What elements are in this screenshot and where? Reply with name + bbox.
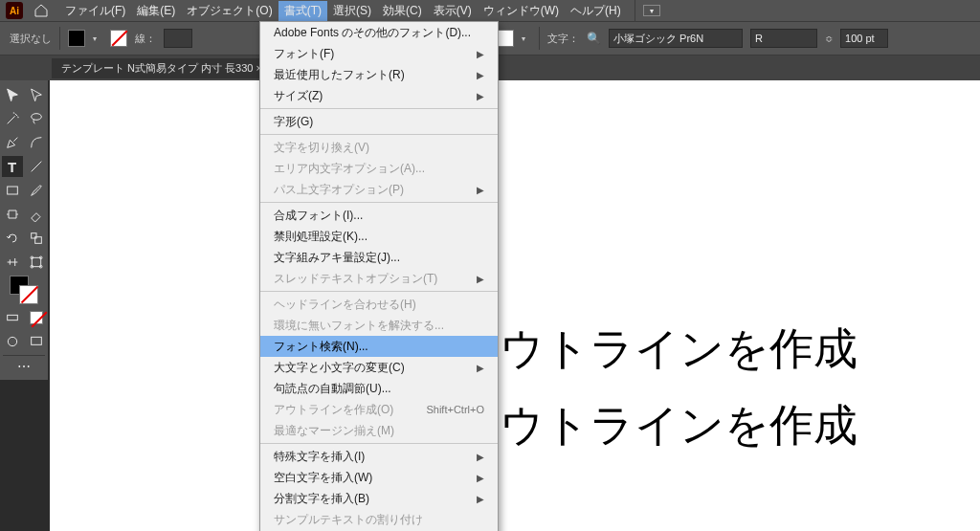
menu-item-label: サイズ(Z) xyxy=(274,88,323,104)
menu-書式[interactable]: 書式(T) xyxy=(278,1,327,21)
gradient-tool[interactable] xyxy=(2,307,23,328)
menu-item-label: ヘッドラインを合わせる(H) xyxy=(274,297,416,313)
menu-separator xyxy=(260,202,498,203)
menu-オブジェクト[interactable]: オブジェクト(O) xyxy=(181,1,278,21)
menu-ヘルプ[interactable]: ヘルプ(H) xyxy=(565,1,627,21)
menu-ウィンドウ[interactable]: ウィンドウ(W) xyxy=(478,1,565,21)
submenu-arrow-icon: ▶ xyxy=(477,91,484,101)
menu-item[interactable]: 分割文字を挿入(B)▶ xyxy=(260,488,498,509)
menu-item[interactable]: 字形(G) xyxy=(260,111,498,132)
menu-item-label: フォント検索(N)... xyxy=(274,339,368,355)
menu-item: エリア内文字オプション(A)... xyxy=(260,158,498,179)
menu-item[interactable]: サイズ(Z)▶ xyxy=(260,85,498,106)
scale-tool[interactable] xyxy=(26,228,47,249)
fill-swatch[interactable] xyxy=(68,30,85,47)
submenu-arrow-icon: ▶ xyxy=(477,494,484,504)
menu-item-label: 句読点の自動調節(U)... xyxy=(274,381,391,397)
rotate-tool[interactable] xyxy=(2,228,23,249)
menu-item[interactable]: 禁則処理設定(K)... xyxy=(260,226,498,247)
stroke-color[interactable] xyxy=(19,285,38,304)
artboard-text[interactable]: ウトラインを作成 xyxy=(500,396,858,455)
menu-item[interactable]: フォント(F)▶ xyxy=(260,43,498,64)
canvas[interactable]: ウトラインを作成 ウトラインを作成 xyxy=(50,80,980,531)
menu-item[interactable]: 大文字と小文字の変更(C)▶ xyxy=(260,357,498,378)
selection-tool[interactable] xyxy=(2,84,23,105)
stroke-weight-input[interactable] xyxy=(164,29,192,48)
menu-item-label: Adobe Fonts のその他のフォント(D)... xyxy=(274,25,471,41)
rectangle-tool[interactable] xyxy=(2,180,23,201)
menu-item: 最適なマージン揃え(M) xyxy=(260,420,498,441)
menu-item[interactable]: 特殊文字を挿入(I)▶ xyxy=(260,446,498,467)
menu-item-label: 文字を切り換え(V) xyxy=(274,140,369,156)
chevron-down-icon[interactable]: ▾ xyxy=(93,33,102,43)
line-tool[interactable] xyxy=(26,156,47,177)
menu-item[interactable]: Adobe Fonts のその他のフォント(D)... xyxy=(260,22,498,43)
submenu-arrow-icon: ▶ xyxy=(477,363,484,373)
menu-効果[interactable]: 効果(C) xyxy=(377,1,428,21)
svg-rect-2 xyxy=(31,233,35,238)
svg-rect-9 xyxy=(7,315,17,320)
menu-item: 文字を切り換え(V) xyxy=(260,137,498,158)
magic-wand-tool[interactable] xyxy=(2,108,23,129)
menu-item-label: 字形(G) xyxy=(274,114,313,130)
menu-ファイル[interactable]: ファイル(F) xyxy=(59,1,131,21)
curvature-tool[interactable] xyxy=(26,132,47,153)
menu-表示[interactable]: 表示(V) xyxy=(428,1,478,21)
svg-point-10 xyxy=(8,337,16,345)
submenu-arrow-icon: ▶ xyxy=(477,274,484,284)
submenu-arrow-icon: ▶ xyxy=(477,185,484,195)
direct-selection-tool[interactable] xyxy=(26,84,47,105)
pen-tool[interactable] xyxy=(2,132,23,153)
search-icon[interactable]: 🔍 xyxy=(587,32,601,45)
menu-item[interactable]: 空白文字を挿入(W)▶ xyxy=(260,467,498,488)
menu-item-label: 合成フォント(I)... xyxy=(274,208,363,224)
artboard-text[interactable]: ウトラインを作成 xyxy=(500,320,858,379)
eraser-tool[interactable] xyxy=(26,204,47,225)
font-family-input[interactable] xyxy=(609,29,743,48)
screen-mode[interactable] xyxy=(26,331,47,352)
stroke-label: 線： xyxy=(135,32,156,46)
menu-item-label: 禁則処理設定(K)... xyxy=(274,229,368,245)
menu-item: 環境に無いフォントを解決する... xyxy=(260,315,498,336)
lasso-tool[interactable] xyxy=(26,108,47,129)
menu-item-label: サンプルテキストの割り付け xyxy=(274,512,423,528)
type-tool[interactable]: T xyxy=(2,156,23,177)
color-none[interactable] xyxy=(26,307,47,328)
menu-item[interactable]: 文字組みアキ量設定(J)... xyxy=(260,247,498,268)
menu-選択[interactable]: 選択(S) xyxy=(327,1,377,21)
menu-item[interactable]: 句読点の自動調節(U)... xyxy=(260,378,498,399)
menu-item[interactable]: フォント検索(N)... xyxy=(260,336,498,357)
fill-stroke-control[interactable] xyxy=(2,276,47,304)
svg-rect-4 xyxy=(32,257,40,266)
menu-item: アウトラインを作成(O)Shift+Ctrl+O xyxy=(260,399,498,420)
free-transform-tool[interactable] xyxy=(26,252,47,273)
menu-separator xyxy=(260,443,498,444)
paintbrush-tool[interactable] xyxy=(26,180,47,201)
draw-mode[interactable] xyxy=(2,331,23,352)
menu-item-label: 最近使用したフォント(R) xyxy=(274,67,405,83)
menu-item-label: スレッドテキストオプション(T) xyxy=(274,271,437,287)
app-logo: Ai xyxy=(6,2,23,19)
menu-item[interactable]: 合成フォント(I)... xyxy=(260,205,498,226)
width-tool[interactable] xyxy=(2,252,23,273)
svg-rect-1 xyxy=(7,187,17,194)
menu-item-label: 分割文字を挿入(B) xyxy=(274,491,369,507)
font-style-input[interactable] xyxy=(750,29,817,48)
menu-separator xyxy=(260,134,498,135)
submenu-arrow-icon: ▶ xyxy=(477,473,484,483)
menu-item[interactable]: 最近使用したフォント(R)▶ xyxy=(260,64,498,85)
home-icon[interactable] xyxy=(31,0,52,21)
graphic-style-swatch[interactable] xyxy=(497,30,514,47)
menu-item-label: フォント(F) xyxy=(274,46,334,62)
workspace-switcher[interactable]: ▾ xyxy=(643,5,660,16)
menu-編集[interactable]: 編集(E) xyxy=(131,1,181,21)
chevron-down-icon[interactable]: ▾ xyxy=(522,33,531,43)
shaper-tool[interactable] xyxy=(2,204,23,225)
submenu-arrow-icon: ▶ xyxy=(477,70,484,80)
menu-separator xyxy=(635,0,635,22)
font-label: 文字： xyxy=(547,32,579,46)
font-size-input[interactable] xyxy=(840,29,888,48)
font-size-stepper[interactable]: ≎ xyxy=(825,33,833,44)
stroke-swatch[interactable] xyxy=(110,30,127,47)
edit-toolbar[interactable]: ⋯ xyxy=(3,355,45,376)
